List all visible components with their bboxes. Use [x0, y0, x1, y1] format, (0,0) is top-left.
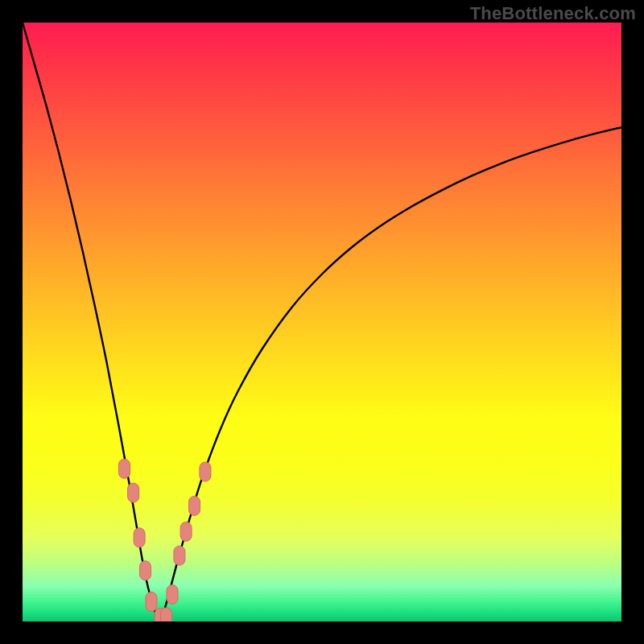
marker-dot [140, 561, 151, 580]
marker-dot [161, 608, 172, 621]
chart-frame: TheBottleneck.com [0, 0, 644, 644]
plot-area [23, 23, 621, 621]
marker-dot [189, 496, 200, 515]
marker-dot [128, 483, 139, 502]
marker-dot [134, 528, 145, 547]
marker-dot [180, 522, 192, 541]
marker-dot [146, 592, 157, 611]
marker-dot [174, 546, 185, 565]
plot-svg [23, 23, 621, 621]
marker-dot [167, 585, 178, 605]
watermark-text: TheBottleneck.com [470, 3, 636, 24]
marker-dot [118, 459, 130, 478]
marker-dot [200, 462, 211, 481]
bottleneck-curve [23, 23, 621, 621]
